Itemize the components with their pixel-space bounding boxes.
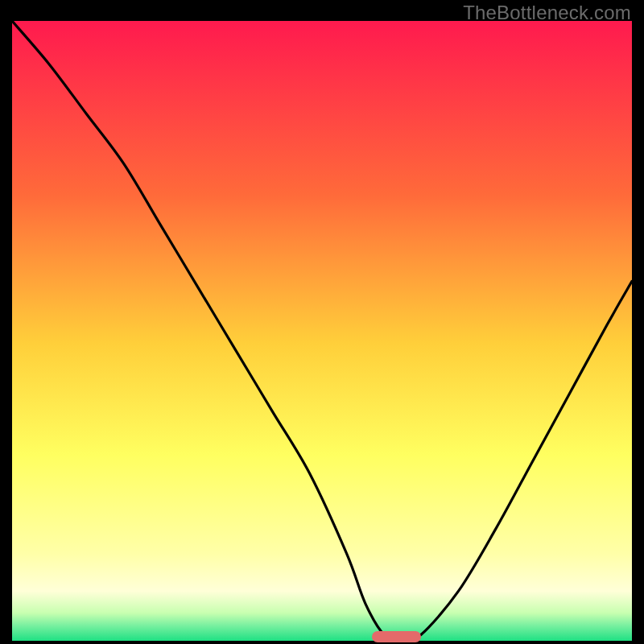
bottleneck-chart [12,21,632,641]
gradient-background [12,21,632,641]
optimal-range-marker [372,631,422,642]
chart-frame [12,21,632,641]
